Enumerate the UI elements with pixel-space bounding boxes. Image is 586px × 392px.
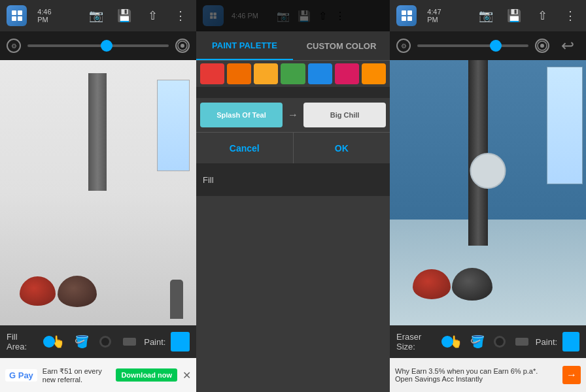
right-paint-swatch[interactable] — [562, 332, 579, 351]
middle-fill-label: Fill — [203, 175, 214, 185]
swatch-dark-orange[interactable] — [362, 63, 386, 84]
right-ad-text: Why Earn 3.5% when you can Earn 6% p.a*.… — [395, 367, 557, 383]
modal-overlay: PAINT PALETTE CUSTOM COLOR Splash Of Tea… — [196, 0, 390, 392]
selected-colors-row: Splash Of Teal → Big Chill — [196, 98, 390, 132]
right-eraser-thumb[interactable] — [441, 336, 453, 348]
swatch-green[interactable] — [281, 63, 305, 84]
svg-rect-0 — [12, 10, 16, 15]
left-ad-bar: G Pay Earn ₹51 on every new referral. Do… — [0, 358, 196, 392]
svg-point-20 — [496, 338, 504, 346]
right-paint-label: Paint: — [536, 337, 557, 347]
svg-rect-8 — [123, 338, 136, 346]
right-circle-art — [470, 153, 506, 189]
left-slider-track[interactable] — [27, 44, 169, 47]
svg-rect-15 — [402, 16, 406, 21]
arrow-icon: → — [288, 109, 298, 121]
svg-rect-16 — [407, 16, 412, 21]
svg-point-5 — [181, 44, 184, 48]
left-slider-max-icon — [175, 39, 190, 53]
right-slider-max-icon — [535, 39, 549, 53]
svg-rect-1 — [18, 10, 22, 15]
right-tool-bucket[interactable]: 🪣 — [469, 332, 486, 351]
right-slider-row: ⚙ ↩ — [390, 31, 586, 60]
middle-panel: 4:46 PM 📷 💾 ⇧ ⋮ PAINT PALETTE CUSTOM COL… — [196, 0, 390, 392]
left-room — [0, 60, 196, 325]
color-grid — [196, 87, 390, 98]
right-time: 4:47 PM — [427, 8, 453, 24]
right-slider-min-icon: ⚙ — [396, 39, 411, 53]
left-slider-min-icon: ⚙ — [7, 39, 21, 53]
right-image-area — [390, 60, 586, 325]
swatch-purple[interactable] — [335, 63, 359, 84]
swatch-yellow[interactable] — [254, 63, 278, 84]
right-panel: 4:47 PM 📷 💾 ⇧ ⋮ ⚙ ↩ Eraser Size: — [390, 0, 586, 392]
svg-rect-13 — [402, 10, 406, 15]
svg-rect-3 — [18, 16, 22, 21]
swatch-blue[interactable] — [308, 63, 332, 84]
left-ad-button[interactable]: Download now — [116, 368, 177, 382]
left-ad-logo: G Pay — [5, 369, 37, 382]
undo-button[interactable]: ↩ — [556, 34, 579, 57]
left-ad-close[interactable]: ✕ — [182, 369, 191, 382]
right-header: 4:47 PM 📷 💾 ⇧ ⋮ — [390, 0, 586, 31]
right-app-icon — [396, 5, 417, 26]
swatch-red[interactable] — [200, 63, 224, 84]
left-paint-swatch[interactable] — [171, 332, 190, 351]
right-floor — [390, 220, 586, 325]
ok-button[interactable]: OK — [293, 133, 390, 163]
left-slider-thumb[interactable] — [101, 40, 112, 52]
left-slider-row: ⚙ — [0, 31, 196, 60]
svg-point-18 — [540, 44, 544, 48]
left-window — [157, 80, 190, 171]
color-swatches-row — [196, 61, 390, 87]
middle-bottom-bar: Fill — [196, 163, 390, 196]
left-share-icon[interactable]: ⇧ — [144, 7, 162, 25]
left-person — [170, 280, 183, 319]
source-color-box[interactable]: Splash Of Teal — [200, 103, 283, 127]
svg-rect-21 — [515, 338, 528, 346]
source-color-label: Splash Of Teal — [216, 111, 266, 119]
svg-rect-2 — [12, 16, 16, 21]
right-tool-eraser[interactable] — [513, 332, 530, 351]
left-time: 4:46 PM — [37, 8, 63, 24]
right-save-icon[interactable]: 💾 — [505, 7, 523, 25]
right-share-icon[interactable]: ⇧ — [534, 7, 551, 25]
left-save-icon[interactable]: 💾 — [115, 7, 133, 25]
right-room — [390, 60, 586, 325]
palette-tabs: PAINT PALETTE CUSTOM COLOR — [196, 31, 390, 61]
right-ad-button[interactable]: → — [562, 366, 581, 384]
target-color-label: Big Chill — [330, 111, 360, 119]
modal-buttons: Cancel OK — [196, 132, 390, 163]
left-pillar — [88, 73, 107, 191]
svg-rect-14 — [407, 10, 412, 15]
left-camera-icon[interactable]: 📷 — [87, 7, 105, 25]
left-header: 4:46 PM 📷 💾 ⇧ ⋮ — [0, 0, 196, 31]
left-app-icon — [7, 5, 27, 26]
tab-custom-color[interactable]: CUSTOM COLOR — [293, 31, 390, 60]
svg-point-7 — [101, 338, 109, 346]
right-eraser-label: Eraser Size: — [396, 332, 436, 351]
left-tool-bucket[interactable]: 🪣 — [73, 332, 92, 351]
color-palette-modal: PAINT PALETTE CUSTOM COLOR Splash Of Tea… — [196, 31, 390, 392]
right-camera-icon[interactable]: 📷 — [477, 7, 494, 25]
left-fill-thumb[interactable] — [43, 336, 55, 348]
right-bean-bag-red — [413, 269, 451, 299]
left-paint-label: Paint: — [144, 337, 165, 347]
target-color-box[interactable]: Big Chill — [303, 103, 386, 127]
right-window — [547, 67, 583, 184]
tab-paint-palette[interactable]: PAINT PALETTE — [196, 31, 293, 60]
left-panel: 4:46 PM 📷 💾 ⇧ ⋮ ⚙ Fill Area: — [0, 0, 196, 392]
right-slider-thumb[interactable] — [490, 40, 502, 52]
left-tool-brush[interactable] — [96, 332, 115, 351]
cancel-button[interactable]: Cancel — [196, 133, 293, 163]
right-slider-track[interactable] — [417, 44, 528, 47]
swatch-orange[interactable] — [227, 63, 251, 84]
right-tool-brush[interactable] — [491, 332, 508, 351]
left-tool-eraser[interactable] — [120, 332, 139, 351]
left-fill-label: Fill Area: — [7, 332, 38, 351]
left-ad-text: Earn ₹51 on every new referral. — [43, 367, 111, 384]
left-menu-icon[interactable]: ⋮ — [172, 7, 190, 25]
left-bean-bag-red — [20, 276, 56, 306]
right-menu-icon[interactable]: ⋮ — [562, 7, 579, 25]
left-image-area — [0, 60, 196, 325]
